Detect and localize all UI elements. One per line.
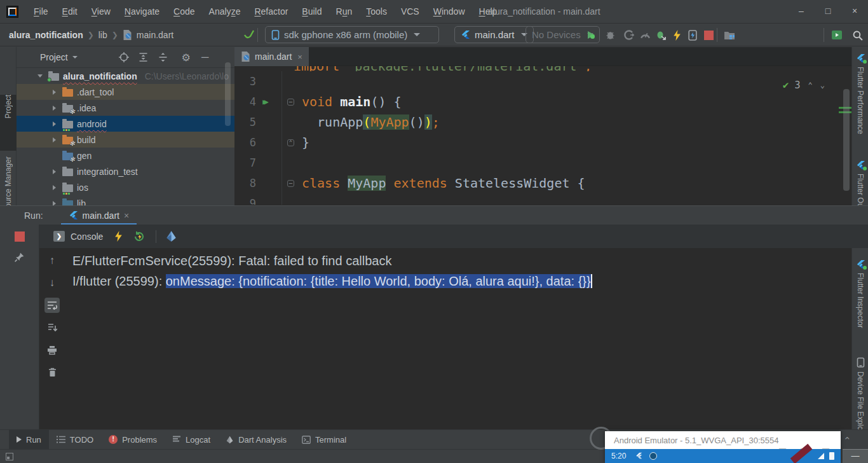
tree-item-android[interactable]: android xyxy=(17,116,234,132)
tree-scrollbar[interactable] xyxy=(225,62,231,126)
inspection-widget[interactable]: ✔ 3 ⌃ ⌄ xyxy=(783,75,825,95)
search-icon[interactable] xyxy=(850,27,865,43)
stop-button[interactable] xyxy=(701,27,716,43)
down-stack-icon[interactable]: ↓ xyxy=(44,275,60,291)
close-tab-icon[interactable]: × xyxy=(297,52,302,62)
tree-item-alura-notification[interactable]: alura_notificationC:\Users\Leonardo\lo xyxy=(17,68,234,84)
menu-item-run[interactable]: Run xyxy=(329,0,360,23)
tree-item--dart-tool[interactable]: .dart_tool xyxy=(17,84,234,100)
hot-reload-icon[interactable] xyxy=(114,231,123,242)
taskbar-fragment[interactable]: — xyxy=(843,449,868,463)
menu-item-build[interactable]: Build xyxy=(295,0,329,23)
code-editor[interactable]: import 'package:flutter/material.dart'; … xyxy=(234,66,851,205)
menu-item-code[interactable]: Code xyxy=(166,0,201,23)
code-line-5[interactable]: 5 runApp(MyApp()); xyxy=(234,112,851,132)
stripe-item-flutter-performance[interactable]: Flutter Performance xyxy=(852,53,868,134)
code-line-8[interactable]: 8–class MyApp extends StatelessWidget { xyxy=(234,173,851,193)
tool-window-button-problems[interactable]: !Problems xyxy=(101,430,165,450)
settings-gear-icon[interactable]: ⚙ xyxy=(179,50,193,64)
maximize-button[interactable]: □ xyxy=(815,0,841,22)
attach-debugger-button[interactable] xyxy=(653,27,668,43)
minimize-button[interactable]: – xyxy=(788,0,815,22)
prev-problem-icon[interactable]: ⌃ xyxy=(808,75,813,95)
tree-item--idea[interactable]: ✻.idea xyxy=(17,100,234,116)
menu-item-window[interactable]: Window xyxy=(426,0,472,23)
tree-item-gen[interactable]: ✻gen xyxy=(17,148,234,163)
fold-marker-icon[interactable]: – xyxy=(287,99,294,106)
hot-restart-icon[interactable] xyxy=(133,231,146,242)
chevron-right-icon[interactable] xyxy=(50,121,58,127)
console-output[interactable]: E/FlutterFcmService(25599): Fatal: faile… xyxy=(65,248,851,429)
running-devices-icon[interactable] xyxy=(829,27,844,43)
hot-reload-button[interactable] xyxy=(669,27,684,43)
tool-window-button-todo[interactable]: TODO xyxy=(49,430,101,450)
tool-window-button-run[interactable]: Run xyxy=(9,430,49,450)
editor-scrollbar[interactable] xyxy=(843,89,850,191)
chevron-right-icon[interactable] xyxy=(50,90,58,95)
menu-item-vcs[interactable]: VCS xyxy=(394,0,426,23)
chevron-right-icon[interactable] xyxy=(50,169,58,174)
menu-item-file[interactable]: File xyxy=(27,0,55,23)
run-config-dropdown[interactable]: main.dart xyxy=(454,26,534,43)
tool-window-button-terminal[interactable]: Terminal xyxy=(294,430,354,450)
chevron-right-icon[interactable] xyxy=(50,185,58,190)
menu-item-refactor[interactable]: Refactor xyxy=(247,0,295,23)
locate-file-icon[interactable] xyxy=(117,50,131,64)
run-button[interactable] xyxy=(583,27,599,43)
tree-item-ios[interactable]: ios xyxy=(17,179,234,195)
print-icon[interactable] xyxy=(44,342,60,357)
project-panel-title[interactable]: Project xyxy=(40,52,78,62)
collapse-all-icon[interactable] xyxy=(156,50,170,64)
fold-marker-icon[interactable]: – xyxy=(287,180,294,187)
breadcrumb-lib[interactable]: lib xyxy=(98,30,107,40)
menu-item-edit[interactable]: Edit xyxy=(55,0,85,23)
clear-all-icon[interactable] xyxy=(44,364,60,380)
device-selector-dropdown[interactable]: sdk gphone x86 arm (mobile) xyxy=(265,26,439,43)
soft-wrap-icon[interactable] xyxy=(44,298,60,313)
run-tab-main-dart[interactable]: main.dart × xyxy=(61,206,137,225)
scroll-to-end-icon[interactable] xyxy=(44,320,60,335)
code-line-3[interactable]: 3 xyxy=(234,71,851,92)
editor-tab-main-dart[interactable]: main.dart × xyxy=(234,47,309,66)
code-line-4[interactable]: 4▶▶–void main() { xyxy=(234,92,851,112)
tree-item-integration-test[interactable]: integration_test xyxy=(17,163,234,179)
tree-item-build[interactable]: ✻build xyxy=(17,132,234,148)
next-problem-icon[interactable]: ⌄ xyxy=(820,75,825,95)
hide-panel-icon[interactable]: ─ xyxy=(198,50,212,64)
debug-button[interactable] xyxy=(602,27,618,43)
chevron-right-icon[interactable] xyxy=(50,137,58,142)
console-tab[interactable]: ❯ Console xyxy=(53,231,103,242)
up-stack-icon[interactable]: ↑ xyxy=(44,253,60,268)
run-main-icon[interactable]: ▶▶ xyxy=(256,92,275,112)
chevron-down-icon[interactable] xyxy=(36,74,44,78)
project-structure-icon[interactable] xyxy=(722,27,737,43)
pin-tab-icon[interactable] xyxy=(14,252,25,263)
coverage-button[interactable] xyxy=(621,27,637,43)
fold-marker-icon[interactable]: ⌃ xyxy=(287,139,294,146)
chevron-right-icon[interactable] xyxy=(50,106,58,111)
code-line-9[interactable]: 9 xyxy=(234,193,851,205)
chevron-right-icon[interactable] xyxy=(50,201,58,206)
close-tab-icon[interactable]: × xyxy=(124,211,129,221)
android-emulator-window[interactable]: Android Emulator - 5.1_WVGA_API_30:5554 … xyxy=(605,431,841,463)
menu-item-navigate[interactable]: Navigate xyxy=(118,0,166,23)
dart-devtools-icon[interactable] xyxy=(165,230,177,242)
tool-window-button-logcat[interactable]: Logcat xyxy=(165,430,218,450)
expand-all-icon[interactable] xyxy=(137,50,151,64)
tree-item-lib[interactable]: lib xyxy=(17,195,234,205)
breadcrumb-project[interactable]: alura_notification xyxy=(9,30,83,40)
breadcrumb-file[interactable]: main.dart xyxy=(137,30,173,40)
menu-item-tools[interactable]: Tools xyxy=(359,0,394,23)
code-line-7[interactable]: 7 xyxy=(234,153,851,173)
chevron-up-icon[interactable]: ⌃ xyxy=(843,435,851,446)
flutter-attach-icon[interactable] xyxy=(241,27,257,43)
menu-item-view[interactable]: View xyxy=(85,0,118,23)
stop-process-button[interactable] xyxy=(15,232,25,242)
code-line-6[interactable]: 6⌃} xyxy=(234,132,851,153)
stripe-item-project[interactable]: Project xyxy=(0,95,17,151)
tool-window-button-dart-analysis[interactable]: Dart Analysis xyxy=(218,430,294,450)
profiler-button[interactable] xyxy=(637,27,653,43)
tool-window-switcher-icon[interactable] xyxy=(6,453,13,460)
close-button[interactable]: × xyxy=(841,0,868,22)
menu-item-analyze[interactable]: Analyze xyxy=(202,0,248,23)
